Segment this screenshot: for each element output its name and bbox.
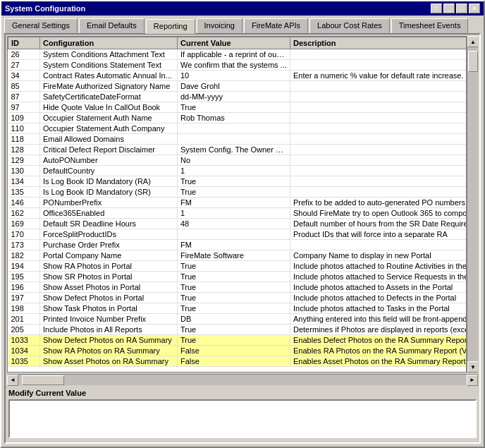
help-button[interactable]: ? xyxy=(431,4,442,13)
table-scroll-area[interactable]: ID Configuration Current Value Descripti… xyxy=(7,36,467,373)
cell-desc: Include photos attached to Routine Activ… xyxy=(290,261,467,272)
table-row[interactable]: 26System Conditions Attachment TextIf ap… xyxy=(8,49,467,60)
cell-id: 205 xyxy=(8,325,40,335)
table-row[interactable]: 198Show Task Photos in PortalTrueInclude… xyxy=(8,303,467,314)
table-row[interactable]: 196Show Asset Photos in PortalTrueInclud… xyxy=(8,282,467,293)
table-row[interactable]: 146PONumberPrefixFMPrefix to be added to… xyxy=(8,198,467,208)
tab-firemate[interactable]: FireMate APIs xyxy=(244,18,308,33)
table-row[interactable]: 129AutoPONumberNo xyxy=(8,155,467,166)
cell-value: True xyxy=(178,272,290,282)
scroll-up-button[interactable]: ▲ xyxy=(467,36,478,47)
table-row[interactable]: 97Hide Quote Value In CallOut BookTrue xyxy=(8,102,467,113)
cell-config: Office365Enabled xyxy=(40,208,178,219)
cell-config: Show SR Photos in Portal xyxy=(40,272,178,282)
cell-id: 27 xyxy=(8,60,40,71)
header-value: Current Value xyxy=(178,37,290,49)
table-row[interactable]: 182Portal Company NameFireMate SoftwareC… xyxy=(8,250,467,261)
cell-desc: Anything entered into this field will be… xyxy=(290,314,467,325)
tab-labour[interactable]: Labour Cost Rates xyxy=(309,18,390,33)
horizontal-scrollbar[interactable]: ◄ ► xyxy=(7,374,478,385)
table-row[interactable]: 170ForceSplitProductIDsProduct IDs that … xyxy=(8,229,467,240)
cell-desc: Should FireMate try to open Outlook 365 … xyxy=(290,208,467,219)
h-scroll-track[interactable] xyxy=(18,375,467,385)
scroll-thumb[interactable] xyxy=(468,51,478,72)
modify-textarea[interactable] xyxy=(8,399,477,438)
cell-value: True xyxy=(178,325,290,335)
table-row[interactable]: 87SafetyCertificateDateFormatdd-MM-yyyy xyxy=(8,92,467,102)
table-row[interactable]: 169Default SR Deadline Hours48Default nu… xyxy=(8,219,467,229)
cell-desc: Include photos attached to Defects in th… xyxy=(290,293,467,303)
cell-desc xyxy=(290,155,467,166)
table-row[interactable]: 34Contract Rates Automatic Annual In...1… xyxy=(8,71,467,81)
table-row[interactable]: 194Show RA Photos in PortalTrueInclude p… xyxy=(8,261,467,272)
cell-id: 196 xyxy=(8,282,40,293)
h-scroll-thumb[interactable] xyxy=(22,375,64,385)
tab-reporting[interactable]: Reporting xyxy=(146,19,195,34)
cell-value xyxy=(178,123,290,134)
cell-id: 34 xyxy=(8,71,40,81)
cell-value: Rob Thomas xyxy=(178,113,290,123)
cell-desc xyxy=(290,49,467,60)
cell-id: 198 xyxy=(8,303,40,314)
scroll-left-button[interactable]: ◄ xyxy=(7,375,18,386)
cell-value: No xyxy=(178,155,290,166)
vertical-scrollbar[interactable]: ▲ ▼ xyxy=(467,36,478,373)
table-row[interactable]: 128Critical Defect Report DisclaimerSyst… xyxy=(8,145,467,155)
cell-id: 182 xyxy=(8,250,40,261)
cell-value xyxy=(178,134,290,145)
cell-desc: Enables RA Photos on the RA Summary Repo… xyxy=(290,346,467,356)
cell-value: True xyxy=(178,293,290,303)
table-row[interactable]: 118Email Allowed Domains xyxy=(8,134,467,145)
cell-desc: Product IDs that will force into a separ… xyxy=(290,229,467,240)
cell-id: 97 xyxy=(8,102,40,113)
tab-invoicing[interactable]: Invoicing xyxy=(197,18,242,33)
minimize-button[interactable]: _ xyxy=(443,4,455,13)
content-area: ID Configuration Current Value Descripti… xyxy=(4,33,481,444)
table-row[interactable]: 109Occupier Statement Auth NameRob Thoma… xyxy=(8,113,467,123)
table-row[interactable]: 135Is Log Book ID Mandatory (SR)True xyxy=(8,187,467,198)
cell-value: FM xyxy=(178,198,290,208)
cell-config: Include Photos in All Reports xyxy=(40,325,178,335)
cell-value: 1 xyxy=(178,208,290,219)
scroll-right-button[interactable]: ► xyxy=(467,375,478,386)
table-row[interactable]: 195Show SR Photos in PortalTrueInclude p… xyxy=(8,272,467,282)
cell-value: 48 xyxy=(178,219,290,229)
table-row[interactable]: 134Is Log Book ID Mandatory (RA)True xyxy=(8,176,467,187)
table-row[interactable]: 27System Conditions Statement TextWe con… xyxy=(8,60,467,71)
table-row[interactable]: 130DefaultCountry1 xyxy=(8,166,467,176)
cell-desc: Enter a numeric % value for default rate… xyxy=(290,71,467,81)
table-row[interactable]: 201Printed Invoice Number PrefixDBAnythi… xyxy=(8,314,467,325)
cell-id: 110 xyxy=(8,123,40,134)
scroll-down-button[interactable]: ▼ xyxy=(467,361,478,373)
cell-id: 26 xyxy=(8,49,40,60)
cell-desc: Enables Defect Photos on the RA Summary … xyxy=(290,335,467,346)
cell-config: Show RA Photos in Portal xyxy=(40,261,178,272)
table-row[interactable]: 110Occupier Statement Auth Company xyxy=(8,123,467,134)
cell-value: If applicable - a reprint of our p... xyxy=(178,49,290,60)
tab-general[interactable]: General Settings xyxy=(4,18,78,33)
cell-id: 1035 xyxy=(8,356,40,367)
cell-value: True xyxy=(178,335,290,346)
header-config: Configuration xyxy=(40,37,178,49)
table-row[interactable]: 1034Show RA Photos on RA SummaryFalseEna… xyxy=(8,346,467,356)
table-row[interactable]: 173Purchase Order PrefixFM xyxy=(8,240,467,250)
table-row[interactable]: 1033Show Defect Photos on RA SummaryTrue… xyxy=(8,335,467,346)
maximize-button[interactable]: □ xyxy=(456,4,467,13)
table-row[interactable]: 85FireMate Authorized Signatory NameDave… xyxy=(8,81,467,92)
close-button[interactable]: ✕ xyxy=(469,4,480,13)
cell-value: DB xyxy=(178,314,290,325)
cell-config: Is Log Book ID Mandatory (RA) xyxy=(40,176,178,187)
scroll-track[interactable] xyxy=(467,47,478,361)
table-row[interactable]: 1035Show Asset Photos on RA SummaryFalse… xyxy=(8,356,467,367)
cell-desc: Prefix to be added to auto-generated PO … xyxy=(290,198,467,208)
cell-config: Email Allowed Domains xyxy=(40,134,178,145)
cell-config: Hide Quote Value In CallOut Book xyxy=(40,102,178,113)
table-row[interactable]: 205Include Photos in All ReportsTrueDete… xyxy=(8,325,467,335)
cell-id: 128 xyxy=(8,145,40,155)
cell-id: 129 xyxy=(8,155,40,166)
cell-config: DefaultCountry xyxy=(40,166,178,176)
table-row[interactable]: 162Office365Enabled1Should FireMate try … xyxy=(8,208,467,219)
tab-timesheet[interactable]: Timesheet Events xyxy=(391,18,469,33)
tab-email[interactable]: Email Defaults xyxy=(79,18,145,33)
table-row[interactable]: 197Show Defect Photos in PortalTrueInclu… xyxy=(8,293,467,303)
